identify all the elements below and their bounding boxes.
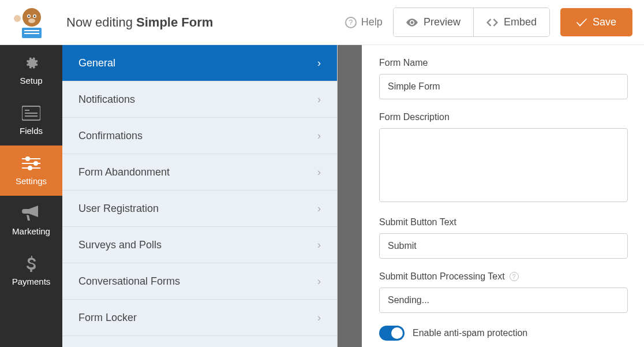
submit-proc-text-label: Submit Button Processing Text ? bbox=[379, 271, 628, 282]
sidebar-item-label: Setup bbox=[20, 76, 42, 85]
embed-button[interactable]: Embed bbox=[473, 8, 549, 36]
chevron-right-icon: › bbox=[317, 203, 321, 215]
svg-rect-8 bbox=[24, 33, 39, 34]
app-logo bbox=[12, 6, 52, 39]
sidebar-item-label: Settings bbox=[16, 176, 47, 186]
subpanel-item-confirmations[interactable]: Confirmations› bbox=[62, 118, 337, 154]
svg-rect-13 bbox=[25, 115, 38, 117]
check-icon bbox=[576, 18, 587, 27]
sidebar-item-settings[interactable]: Settings bbox=[0, 145, 62, 196]
editing-label: Now editing Simple Form bbox=[66, 15, 213, 30]
antispam-label: Enable anti-spam protection bbox=[413, 328, 527, 338]
bullhorn-icon bbox=[22, 206, 40, 222]
canvas-divider bbox=[338, 45, 362, 347]
svg-point-3 bbox=[28, 15, 30, 17]
form-name-input[interactable] bbox=[379, 74, 628, 99]
help-link[interactable]: ? Help bbox=[345, 16, 383, 28]
form-desc-label: Form Description bbox=[379, 112, 628, 122]
svg-rect-7 bbox=[24, 30, 39, 31]
help-icon: ? bbox=[345, 17, 357, 28]
sidebar-item-marketing[interactable]: Marketing bbox=[0, 196, 62, 246]
settings-subpanel: General› Notifications› Confirmations› F… bbox=[62, 45, 338, 347]
svg-point-19 bbox=[28, 166, 32, 170]
submit-btn-text-label: Submit Button Text bbox=[379, 217, 628, 227]
submit-btn-text-input[interactable] bbox=[379, 233, 628, 259]
dollar-icon bbox=[22, 256, 40, 272]
svg-rect-12 bbox=[25, 113, 38, 114]
topbar: Now editing Simple Form ? Help Preview E… bbox=[0, 0, 644, 45]
sidebar-item-label: Marketing bbox=[12, 226, 50, 236]
gear-icon bbox=[22, 55, 40, 71]
save-button[interactable]: Save bbox=[560, 8, 632, 36]
svg-point-9 bbox=[14, 15, 21, 22]
svg-rect-14 bbox=[22, 158, 40, 159]
chevron-right-icon: › bbox=[317, 130, 321, 142]
form-settings-area: Form Name Form Description Submit Button… bbox=[362, 45, 644, 347]
sliders-icon bbox=[22, 155, 40, 171]
sidebar-item-payments[interactable]: Payments bbox=[0, 246, 62, 296]
subpanel-item-conversational-forms[interactable]: Conversational Forms› bbox=[62, 263, 337, 300]
chevron-right-icon: › bbox=[317, 94, 321, 106]
chevron-right-icon: › bbox=[317, 312, 321, 324]
chevron-right-icon: › bbox=[317, 275, 321, 288]
form-name-label: Form Name bbox=[379, 58, 628, 68]
form-desc-textarea[interactable] bbox=[379, 128, 628, 202]
submit-proc-text-input[interactable] bbox=[379, 288, 628, 313]
sidebar-item-fields[interactable]: Fields bbox=[0, 95, 62, 145]
chevron-right-icon: › bbox=[317, 57, 321, 69]
svg-point-0 bbox=[23, 8, 41, 27]
subpanel-item-surveys-polls[interactable]: Surveys and Polls› bbox=[62, 227, 337, 263]
antispam-toggle[interactable] bbox=[379, 326, 405, 341]
svg-point-5 bbox=[28, 18, 35, 23]
svg-point-17 bbox=[33, 161, 38, 166]
list-icon bbox=[22, 105, 40, 121]
chevron-right-icon: › bbox=[317, 239, 321, 251]
subpanel-item-general[interactable]: General› bbox=[62, 45, 337, 81]
chevron-right-icon: › bbox=[317, 166, 321, 178]
sidebar-item-label: Fields bbox=[20, 126, 43, 136]
preview-button[interactable]: Preview bbox=[394, 8, 473, 36]
subpanel-item-form-locker[interactable]: Form Locker› bbox=[62, 300, 337, 336]
subpanel-item-form-abandonment[interactable]: Form Abandonment› bbox=[62, 154, 337, 191]
subpanel-item-user-registration[interactable]: User Registration› bbox=[62, 191, 337, 227]
eye-icon bbox=[406, 18, 418, 27]
sidebar-item-setup[interactable]: Setup bbox=[0, 45, 62, 95]
preview-embed-group: Preview Embed bbox=[393, 8, 550, 37]
subpanel-item-notifications[interactable]: Notifications› bbox=[62, 81, 337, 118]
svg-point-4 bbox=[34, 15, 36, 17]
svg-rect-11 bbox=[25, 110, 29, 111]
sidebar: Setup Fields Settings Marketing Payments bbox=[0, 45, 62, 347]
info-icon[interactable]: ? bbox=[510, 272, 519, 281]
code-icon bbox=[486, 18, 498, 27]
svg-point-15 bbox=[25, 156, 30, 161]
sidebar-item-label: Payments bbox=[12, 277, 51, 286]
